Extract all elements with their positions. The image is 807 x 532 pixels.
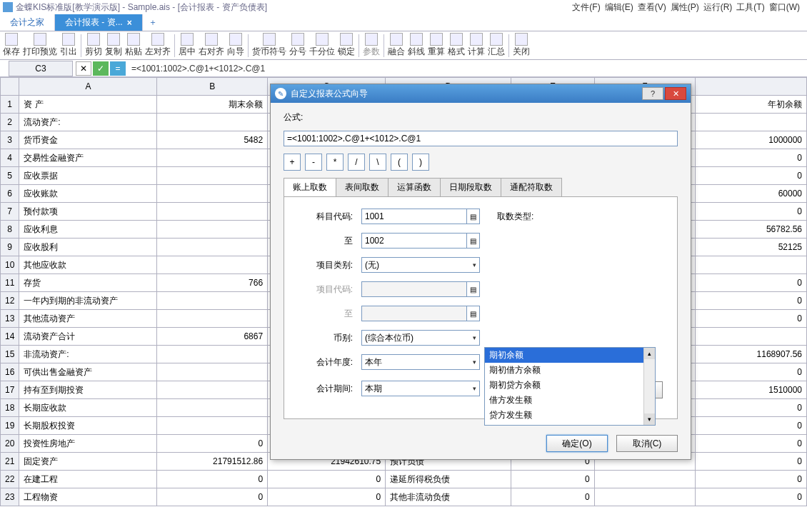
- lookup-icon[interactable]: ▤: [467, 281, 480, 297]
- row-header[interactable]: 11: [1, 274, 19, 292]
- scroll-up-icon[interactable]: ▴: [644, 348, 655, 359]
- col-header[interactable]: [1, 78, 19, 96]
- scroll-down-icon[interactable]: ▾: [644, 413, 655, 425]
- row-header[interactable]: 10: [1, 256, 19, 274]
- toolbar-汇总[interactable]: 汇总: [486, 32, 506, 59]
- op-/[interactable]: /: [348, 154, 365, 171]
- fetch-type-item[interactable]: 贷方发生额: [485, 408, 655, 423]
- fetch-type-item[interactable]: 期初借方余额: [485, 363, 655, 378]
- col-header[interactable]: [695, 78, 806, 96]
- toolbar-复制[interactable]: 复制: [104, 32, 124, 59]
- toolbar-千分位[interactable]: 千分位: [308, 32, 336, 59]
- doc-tab[interactable]: 会计报表 - 资...×: [55, 14, 143, 31]
- formula-input[interactable]: =<1001:1002>.C@1+<1012>.C@1: [129, 61, 807, 76]
- menu-item[interactable]: 编辑(E): [603, 1, 635, 14]
- wizard-tab[interactable]: 表间取数: [336, 178, 389, 196]
- row-header[interactable]: 21: [1, 453, 19, 471]
- toolbar-计算[interactable]: 计算: [466, 32, 486, 59]
- toolbar-货币符号[interactable]: 货币符号: [251, 32, 288, 59]
- toolbar-分号[interactable]: 分号: [288, 32, 308, 59]
- row-header[interactable]: 15: [1, 346, 19, 363]
- row-header[interactable]: 7: [1, 203, 19, 221]
- op-\[interactable]: \: [369, 154, 386, 171]
- ok-button[interactable]: 确定(O): [546, 435, 608, 452]
- toolbar-引出[interactable]: 引出: [59, 32, 79, 59]
- menu-item[interactable]: 文件(F): [571, 1, 601, 14]
- op-*[interactable]: *: [326, 154, 344, 171]
- currency-select[interactable]: (综合本位币)▾: [361, 330, 480, 346]
- period-select[interactable]: 本期▾: [361, 381, 480, 396]
- fetch-type-item[interactable]: 借方累计发生额: [485, 423, 655, 426]
- toolbar-参数[interactable]: 参数: [361, 32, 381, 59]
- toolbar-向导[interactable]: 向导: [226, 32, 246, 59]
- wizard-tab[interactable]: 通配符取数: [501, 178, 562, 196]
- row-header[interactable]: 20: [1, 435, 19, 453]
- year-select[interactable]: 本年▾: [361, 354, 480, 370]
- row-header[interactable]: 4: [1, 149, 19, 167]
- subject-code-input[interactable]: 1001: [361, 209, 467, 224]
- toolbar-居中[interactable]: 居中: [177, 32, 197, 59]
- doc-tab[interactable]: 会计之家: [0, 14, 55, 31]
- formula-equals-icon[interactable]: =: [110, 61, 126, 76]
- formula-cancel-icon[interactable]: ✕: [76, 61, 91, 76]
- lookup-icon[interactable]: ▤: [467, 209, 480, 224]
- fetch-type-item[interactable]: 借方发生额: [485, 393, 655, 408]
- help-button[interactable]: ?: [642, 87, 663, 100]
- fetch-type-list[interactable]: 期初余额期初借方余额期初贷方余额借方发生额贷方发生额借方累计发生额贷方累计发生额…: [484, 347, 656, 426]
- fetch-type-item[interactable]: 期初余额: [485, 348, 655, 363]
- dialog-titlebar[interactable]: ✎ 自定义报表公式向导 ? ✕: [271, 84, 691, 103]
- add-tab-button[interactable]: ＋: [143, 14, 163, 31]
- row-header[interactable]: 17: [1, 381, 19, 399]
- col-header[interactable]: B: [157, 78, 268, 96]
- cell-reference[interactable]: C3: [9, 61, 73, 76]
- scrollbar[interactable]: ▴ ▾: [643, 348, 655, 425]
- toolbar-关闭[interactable]: 关闭: [511, 32, 531, 59]
- toolbar-剪切[interactable]: 剪切: [84, 32, 104, 59]
- toolbar-格式[interactable]: 格式: [446, 32, 466, 59]
- cancel-button[interactable]: 取消(C): [616, 435, 678, 452]
- row-header[interactable]: 18: [1, 399, 19, 417]
- menu-item[interactable]: 查看(V): [636, 1, 668, 14]
- menu-item[interactable]: 运行(R): [702, 1, 734, 14]
- op-)[interactable]: ): [412, 154, 429, 171]
- row-header[interactable]: 19: [1, 417, 19, 435]
- close-button[interactable]: ✕: [665, 87, 686, 100]
- item-type-select[interactable]: (无)▾: [361, 257, 480, 273]
- wizard-tab[interactable]: 运算函数: [388, 178, 441, 196]
- lookup-icon[interactable]: ▤: [467, 306, 480, 321]
- row-header[interactable]: 12: [1, 292, 19, 310]
- row-header[interactable]: 5: [1, 167, 19, 185]
- item-code-input[interactable]: [361, 281, 467, 297]
- row-header[interactable]: 22: [1, 471, 19, 488]
- toolbar-锁定[interactable]: 锁定: [336, 32, 356, 59]
- subject-to-input[interactable]: 1002: [361, 233, 467, 249]
- row-header[interactable]: 3: [1, 131, 19, 149]
- toolbar-保存[interactable]: 保存: [1, 32, 21, 59]
- menu-item[interactable]: 窗口(W): [768, 1, 801, 14]
- toolbar-粘贴[interactable]: 粘贴: [124, 32, 144, 59]
- op-([interactable]: (: [391, 154, 408, 171]
- row-header[interactable]: 13: [1, 310, 19, 328]
- row-header[interactable]: 23: [1, 488, 19, 506]
- table-row[interactable]: 23 工程物资00 其他非流动负债00: [1, 488, 807, 506]
- item-to-input[interactable]: [361, 306, 467, 321]
- lookup-icon[interactable]: ▤: [467, 233, 480, 249]
- op-+[interactable]: +: [284, 154, 301, 171]
- row-header[interactable]: 2: [1, 114, 19, 131]
- toolbar-重算[interactable]: 重算: [426, 32, 446, 59]
- toolbar-右对齐[interactable]: 右对齐: [197, 32, 226, 59]
- toolbar-融合[interactable]: 融合: [386, 32, 406, 59]
- row-header[interactable]: 8: [1, 221, 19, 239]
- formula-field[interactable]: [284, 131, 678, 146]
- fetch-type-item[interactable]: 期初贷方余额: [485, 378, 655, 393]
- toolbar-斜线[interactable]: 斜线: [406, 32, 426, 59]
- row-header[interactable]: 6: [1, 185, 19, 203]
- row-header[interactable]: 14: [1, 328, 19, 346]
- close-tab-icon[interactable]: ×: [127, 18, 132, 28]
- op--[interactable]: -: [305, 154, 322, 171]
- col-header[interactable]: A: [19, 78, 157, 96]
- menu-item[interactable]: 属性(P): [669, 1, 701, 14]
- toolbar-打印预览[interactable]: 打印预览: [21, 32, 59, 59]
- row-header[interactable]: 9: [1, 239, 19, 256]
- toolbar-左对齐[interactable]: 左对齐: [144, 32, 172, 59]
